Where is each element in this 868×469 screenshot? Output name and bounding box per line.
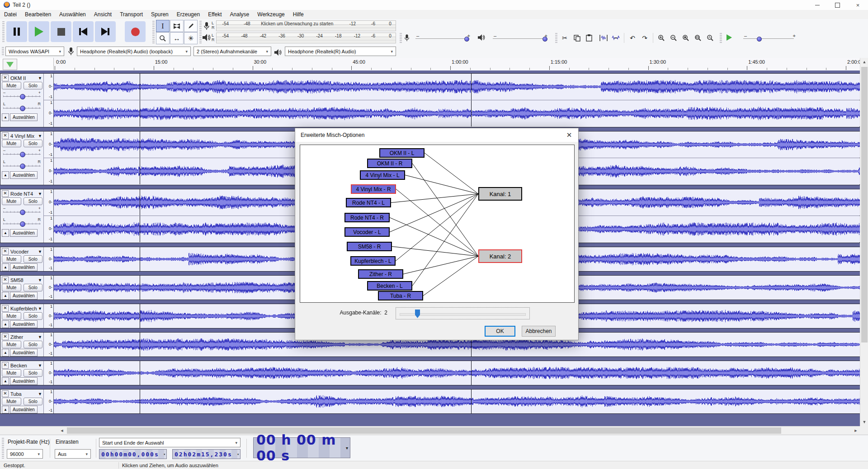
track-close-button[interactable]: ✕ bbox=[2, 132, 9, 139]
mix-source-okm-ii-r[interactable]: OKM II - R bbox=[367, 159, 412, 168]
draw-tool-button[interactable] bbox=[184, 20, 198, 32]
track-name-menu[interactable]: Zither▼ bbox=[9, 334, 43, 340]
select-button[interactable]: Auswählen bbox=[10, 292, 38, 300]
stop-button[interactable] bbox=[51, 21, 71, 42]
playback-volume-slider[interactable]: –+ bbox=[486, 33, 552, 43]
track-close-button[interactable]: ✕ bbox=[2, 390, 9, 397]
vertical-scale-ruler[interactable]: 10--110--1 bbox=[44, 131, 54, 185]
mute-button[interactable]: Mute bbox=[2, 398, 21, 405]
track-name-menu[interactable]: Tuba▼ bbox=[9, 391, 43, 397]
playback-meter[interactable]: -54-48-42-36-30-24-18-12-60 bbox=[216, 33, 396, 43]
collapse-button[interactable]: ▲ bbox=[2, 263, 9, 271]
recording-device-select[interactable]: Headphone (Realtek(R) Audio) (loopback)▾ bbox=[77, 47, 191, 56]
menu-item-analyse[interactable]: Analyse bbox=[226, 10, 254, 19]
selbar-grip[interactable] bbox=[2, 438, 4, 459]
track-close-button[interactable]: ✕ bbox=[2, 333, 9, 340]
menu-item-auswhlen[interactable]: Auswählen bbox=[55, 10, 90, 19]
select-button[interactable]: Auswählen bbox=[10, 349, 38, 356]
mute-button[interactable]: Mute bbox=[2, 140, 21, 147]
track-becken[interactable]: ✕Becken▼MuteSolo▲Auswählen10--1 bbox=[0, 361, 860, 385]
play-speed-thumb[interactable] bbox=[757, 37, 762, 42]
track-name-menu[interactable]: Kupferblech▼ bbox=[9, 306, 43, 311]
mix-source-kupferblech-l[interactable]: Kupferblech - L bbox=[350, 256, 396, 266]
scroll-down-arrow[interactable]: ▼ bbox=[860, 418, 868, 426]
waveform-canvas[interactable] bbox=[54, 389, 860, 413]
track-name-menu[interactable]: Becken▼ bbox=[9, 363, 43, 368]
vertical-scale-ruler[interactable]: 10--1 bbox=[44, 304, 54, 328]
recording-channels-select[interactable]: 2 (Stereo) Aufnahmekanäle▾ bbox=[193, 47, 271, 56]
select-button[interactable]: Auswählen bbox=[10, 406, 38, 413]
collapse-button[interactable]: ▲ bbox=[2, 406, 9, 413]
trim-audio-button[interactable] bbox=[598, 32, 609, 44]
mix-source-becken-l[interactable]: Becken - L bbox=[367, 281, 412, 291]
record-button[interactable] bbox=[125, 21, 146, 42]
skip-to-end-button[interactable] bbox=[95, 21, 116, 42]
menu-item-ansicht[interactable]: Ansicht bbox=[90, 10, 116, 19]
vertical-scale-ruler[interactable]: 10--1 bbox=[44, 361, 54, 385]
mix-source-zither-r[interactable]: Zither - R bbox=[358, 269, 403, 279]
zoom-tool-button[interactable] bbox=[156, 32, 170, 44]
scroll-left-arrow[interactable]: ◄ bbox=[58, 427, 66, 435]
pinned-playhead-button[interactable] bbox=[3, 59, 17, 70]
menu-item-spuren[interactable]: Spuren bbox=[147, 10, 173, 19]
track-close-button[interactable]: ✕ bbox=[2, 190, 9, 197]
menu-item-transport[interactable]: Transport bbox=[116, 10, 147, 19]
waveform-canvas[interactable] bbox=[54, 74, 860, 100]
mute-button[interactable]: Mute bbox=[2, 82, 21, 89]
menu-item-werkzeuge[interactable]: Werkzeuge bbox=[253, 10, 288, 19]
collapse-button[interactable]: ▲ bbox=[2, 349, 9, 356]
track-name-menu[interactable]: Rode NT4▼ bbox=[9, 191, 43, 197]
waveform-area[interactable] bbox=[54, 361, 859, 385]
mix-output-channel-2[interactable]: Kanal: 2 bbox=[478, 249, 522, 263]
mixing-diagram[interactable]: OKM II - LOKM II - R4 Vinyl Mix - L4 Vin… bbox=[300, 145, 575, 303]
gain-slider[interactable]: –+ bbox=[3, 205, 41, 216]
track-name-menu[interactable]: SM58▼ bbox=[9, 277, 43, 283]
slider-thumb[interactable] bbox=[20, 152, 25, 157]
selection-mode-select[interactable]: Start und Ende der Auswahl▾ bbox=[99, 438, 241, 447]
timeshift-tool-button[interactable]: ↔ bbox=[170, 32, 184, 44]
device-grip[interactable] bbox=[2, 47, 4, 56]
scroll-up-arrow[interactable]: ▲ bbox=[860, 58, 868, 66]
menu-item-effekt[interactable]: Effekt bbox=[204, 10, 226, 19]
slider-thumb[interactable] bbox=[20, 221, 25, 227]
vertical-scale-ruler[interactable]: 10--1 bbox=[44, 247, 54, 271]
mute-button[interactable]: Mute bbox=[2, 284, 21, 291]
output-channels-slider[interactable] bbox=[396, 307, 530, 319]
envelope-tool-button[interactable] bbox=[170, 20, 184, 32]
track-name-menu[interactable]: 4 Vinyl Mix▼ bbox=[9, 133, 43, 139]
mute-button[interactable]: Mute bbox=[2, 369, 21, 377]
fit-selection-button[interactable] bbox=[680, 32, 692, 44]
play-at-speed-button[interactable] bbox=[723, 33, 735, 42]
silence-audio-button[interactable] bbox=[610, 32, 622, 44]
collapse-button[interactable]: ▲ bbox=[2, 292, 9, 300]
select-button[interactable]: Auswählen bbox=[10, 113, 38, 121]
zoom-toggle-button[interactable] bbox=[704, 32, 716, 44]
mix-source-rode-nt4-l[interactable]: Rode NT4 - L bbox=[346, 198, 391, 207]
horizontal-scrollbar[interactable]: ◄ ► bbox=[0, 426, 860, 435]
waveform-area[interactable] bbox=[54, 74, 859, 127]
vertical-scrollbar[interactable]: ▲ ▼ bbox=[860, 58, 868, 426]
menu-item-bearbeiten[interactable]: Bearbeiten bbox=[21, 10, 55, 19]
play-speed-grip[interactable] bbox=[720, 33, 722, 43]
waveform-canvas[interactable] bbox=[54, 361, 860, 385]
track-close-button[interactable]: ✕ bbox=[2, 362, 9, 369]
collapse-button[interactable]: ▲ bbox=[2, 377, 9, 385]
selection-end-time[interactable]: 02h02m15,230s▾ bbox=[172, 449, 241, 459]
playback-volume-thumb[interactable] bbox=[542, 37, 547, 42]
mix-source-tuba-r[interactable]: Tuba - R bbox=[378, 291, 423, 300]
zoom-out-button[interactable] bbox=[668, 32, 679, 44]
menu-item-datei[interactable]: Datei bbox=[0, 10, 21, 19]
mute-button[interactable]: Mute bbox=[2, 312, 21, 320]
audio-host-select[interactable]: Windows WASAPI▾ bbox=[5, 47, 64, 56]
recording-volume-thumb[interactable] bbox=[464, 37, 469, 42]
collapse-button[interactable]: ▲ bbox=[2, 171, 9, 179]
fit-project-button[interactable] bbox=[692, 32, 704, 44]
solo-button[interactable]: Solo bbox=[24, 197, 43, 205]
cut-button[interactable]: ✂ bbox=[559, 32, 571, 44]
track-close-button[interactable]: ✕ bbox=[2, 75, 9, 81]
pan-slider[interactable]: LR bbox=[3, 101, 41, 113]
zoom-in-button[interactable] bbox=[656, 32, 667, 44]
mute-button[interactable]: Mute bbox=[2, 197, 21, 205]
track-okm-ii[interactable]: ✕OKM II▼MuteSolo–+LR▲Auswählen10--110--1 bbox=[0, 73, 860, 127]
tools-grip[interactable] bbox=[152, 21, 155, 43]
